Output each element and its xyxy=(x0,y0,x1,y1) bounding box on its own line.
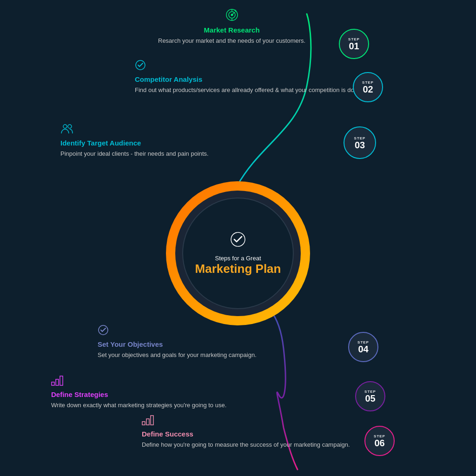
step-5-block: Define Strategies Write down exactly wha… xyxy=(51,376,226,410)
step-3-text: Pinpoint your ideal clients - their need… xyxy=(60,149,209,159)
svg-point-8 xyxy=(68,125,72,128)
step-4-text: Set your objectives and goals for your m… xyxy=(98,350,257,360)
step-circle-02: STEP 02 xyxy=(353,72,383,102)
step-circle-03: STEP 03 xyxy=(344,126,376,159)
strategies-icon xyxy=(51,376,226,389)
svg-rect-14 xyxy=(142,422,145,425)
success-icon xyxy=(142,415,350,428)
step-5-heading: Define Strategies xyxy=(51,390,226,398)
center-circle-inner: Steps for a Great Marketing Plan xyxy=(182,198,294,309)
people-icon xyxy=(60,123,209,137)
step-circle-05: STEP 05 xyxy=(355,381,385,411)
svg-rect-16 xyxy=(151,416,153,425)
center-icon xyxy=(230,231,246,251)
svg-line-5 xyxy=(232,12,235,15)
step-6-heading: Define Success xyxy=(142,430,350,438)
center-circle: Steps for a Great Marketing Plan xyxy=(166,181,310,325)
step-1-text: Resarch your market and the needs of you… xyxy=(158,36,305,46)
step-4-heading: Set Your Objectives xyxy=(98,340,257,348)
svg-rect-12 xyxy=(56,379,59,385)
step-1-block: Market Research Resarch your market and … xyxy=(158,8,305,46)
checkmark-icon xyxy=(135,60,364,73)
step-4-block: Set Your Objectives Set your objectives … xyxy=(98,324,257,360)
svg-point-7 xyxy=(63,125,67,128)
step-circle-06: STEP 06 xyxy=(364,426,395,456)
step-6-text: Define how you're going to measure the s… xyxy=(142,440,350,450)
step-2-block: Competitor Analysis Find out what produc… xyxy=(135,60,364,95)
step-6-block: Define Success Define how you're going t… xyxy=(142,415,350,450)
svg-rect-13 xyxy=(60,376,63,385)
center-subtitle: Steps for a Great xyxy=(215,255,261,262)
step-1-heading: Market Research xyxy=(158,26,305,34)
step-circle-01: STEP 01 xyxy=(339,29,369,59)
svg-rect-15 xyxy=(146,419,149,425)
step-2-heading: Competitor Analysis xyxy=(135,75,364,83)
target-icon xyxy=(158,8,305,24)
step-5-text: Write down exactly what marketing strate… xyxy=(51,401,226,410)
objectives-icon xyxy=(98,324,257,338)
step-2-text: Find out what products/services are allr… xyxy=(135,86,364,95)
step-circle-04: STEP 04 xyxy=(348,332,378,362)
center-title: Marketing Plan xyxy=(195,262,281,276)
step-3-block: Identify Target Audience Pinpoint your i… xyxy=(60,123,209,159)
step-3-heading: Identify Target Audience xyxy=(60,139,209,147)
svg-rect-11 xyxy=(52,382,54,385)
svg-point-9 xyxy=(231,232,245,246)
center-circle-mid: Steps for a Great Marketing Plan xyxy=(175,191,301,316)
main-container: Market Research Resarch your market and … xyxy=(0,0,476,476)
